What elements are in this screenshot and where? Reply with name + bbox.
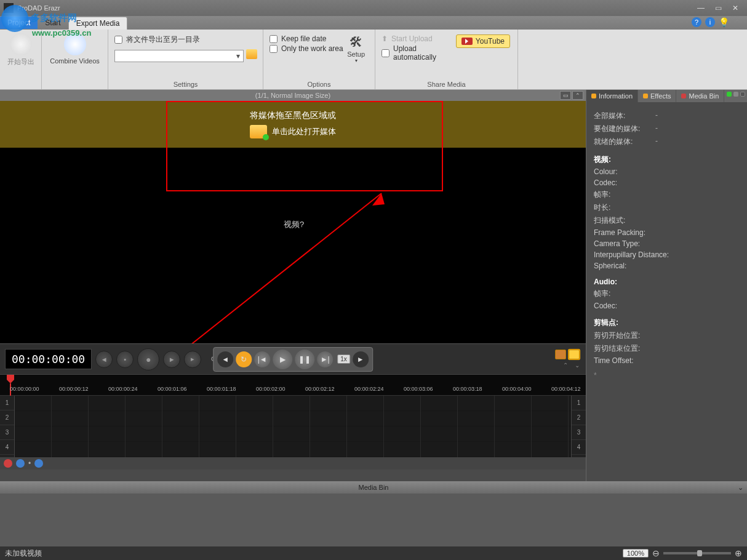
view-mode-b-button[interactable] (569, 350, 580, 359)
mediabin-dot-icon (681, 94, 686, 98)
annotation-arrow (160, 162, 406, 372)
play-button[interactable]: ▶ (273, 350, 292, 369)
record-button[interactable]: ● (137, 348, 159, 370)
menu-export-media[interactable]: Export Media (68, 17, 128, 30)
timecode-display: 00:00:00:00 (5, 349, 92, 369)
pause-button[interactable]: ❚❚ (295, 350, 314, 369)
video-placeholder-label: 视频? (284, 219, 304, 230)
maximize-button[interactable]: ▭ (710, 2, 726, 14)
timeline-ruler[interactable]: 00:00:00:00 00:00:00:12 00:00:00:24 00:0… (0, 375, 586, 396)
tab-effects[interactable]: Effects (638, 90, 676, 102)
zoom-out-icon[interactable] (34, 459, 43, 468)
status-text: 未加载视频 (5, 548, 42, 559)
setup-button[interactable]: 🛠Setup▾ (343, 33, 369, 65)
pane-collapse-button[interactable]: ⌃ (572, 91, 583, 100)
keep-file-date-checkbox[interactable]: Keep file date (270, 34, 343, 43)
svg-line-0 (172, 193, 381, 359)
youtube-button[interactable]: YouTube (456, 34, 510, 48)
start-upload-button: ⬆Start Upload (381, 34, 455, 43)
mediabin-toggle-icon[interactable]: ⌄ (738, 484, 743, 492)
track-numbers-right: 1234 (571, 396, 586, 457)
combine-videos-button[interactable]: Combine Videos (48, 33, 102, 65)
svg-marker-2 (7, 375, 14, 383)
drop-hint-1: 将媒体拖至黑色区域或 (250, 110, 336, 121)
tick-7: 00:00:02:24 (354, 386, 384, 392)
section-video: 视频: (594, 154, 740, 165)
start-export-button[interactable]: 开始导出 (6, 33, 35, 66)
mediabin-area[interactable] (0, 494, 747, 548)
snap-icon[interactable] (4, 459, 12, 468)
info-dot-icon (591, 94, 596, 98)
open-media-link[interactable]: 单击此处打开媒体 (250, 125, 336, 138)
next-frame-button[interactable]: ► (163, 351, 180, 368)
zoom-in-icon[interactable] (16, 459, 25, 468)
group-share-label: Share Media (381, 79, 511, 88)
effects-dot-icon (643, 94, 648, 98)
pane-max-icon[interactable] (740, 92, 745, 97)
collapse-ribbon-icon[interactable]: ⌃ (732, 17, 742, 27)
tab-information[interactable]: Information (586, 90, 638, 102)
group-settings-label: Settings (114, 79, 257, 88)
zoom-slider[interactable] (663, 552, 731, 554)
track-numbers-left: 1234 (0, 396, 15, 457)
only-work-area-checkbox[interactable]: Only the work area (270, 44, 343, 53)
track-area[interactable] (15, 396, 571, 457)
export-dir-dropdown[interactable]: ▾ (114, 50, 244, 62)
tick-11: 00:00:04:12 (551, 386, 581, 392)
pane-layout-button[interactable]: ▭ (560, 91, 571, 100)
playhead-marker[interactable] (7, 375, 13, 396)
zoom-sep: • (28, 459, 31, 468)
svg-marker-1 (372, 193, 385, 206)
tick-1: 00:00:00:12 (59, 386, 89, 392)
help-icon[interactable]: ? (692, 17, 701, 27)
tick-8: 00:00:03:06 (404, 386, 433, 392)
upload-auto-checkbox[interactable]: Upload automatically (381, 44, 455, 62)
note-star: * (594, 371, 740, 380)
menu-project[interactable]: Project (0, 17, 38, 29)
status-green-icon (727, 92, 732, 97)
group-options-label: Options (270, 79, 369, 88)
menu-start[interactable]: Start (38, 17, 68, 29)
zoom-value[interactable]: 100% (623, 549, 649, 558)
step-fwd-button[interactable]: ►| (317, 351, 333, 367)
collapse-icon[interactable]: ⌃ (563, 362, 568, 369)
expand-icon[interactable]: ⌄ (575, 362, 580, 369)
tick-4: 00:00:01:18 (207, 386, 236, 392)
view-mode-a-button[interactable] (555, 350, 566, 359)
marker-button[interactable]: ▸ (184, 351, 201, 368)
preview-area[interactable]: 将媒体拖至黑色区域或 单击此处打开媒体 视频? (0, 101, 586, 343)
tab-media-bin[interactable]: Media Bin (676, 90, 724, 102)
loop-button[interactable]: ↻ (236, 351, 252, 367)
youtube-icon (461, 38, 473, 45)
tick-2: 00:00:00:24 (108, 386, 138, 392)
tick-5: 00:00:02:00 (256, 386, 286, 392)
section-cut: 剪辑点: (594, 318, 740, 328)
go-end-button[interactable]: ► (353, 351, 369, 367)
tick-6: 00:00:02:12 (305, 386, 335, 392)
tick-0: 00:00:00:00 (10, 386, 39, 392)
tick-9: 00:00:03:18 (453, 386, 482, 392)
export-another-dir-checkbox[interactable]: 将文件导出至另一目录 (114, 34, 200, 45)
minimize-button[interactable]: — (693, 2, 709, 14)
mediabin-title: Media Bin (359, 484, 389, 491)
speed-indicator[interactable]: 1x (337, 354, 350, 364)
info-icon[interactable]: i (705, 17, 715, 27)
browse-folder-icon[interactable] (246, 49, 257, 59)
pane-dock-icon[interactable] (733, 92, 738, 97)
zoom-out-button[interactable]: ⊖ (652, 548, 660, 558)
preview-size-label: (1/1, Normal Image Size) (255, 92, 330, 99)
window-title: ProDAD Erazr (17, 4, 692, 12)
tick-10: 00:00:04:00 (502, 386, 532, 392)
zoom-in-button[interactable]: ⊕ (735, 548, 742, 558)
tip-icon[interactable]: 💡 (719, 17, 729, 27)
tick-3: 00:00:01:06 (158, 386, 187, 392)
section-audio: Audio: (594, 278, 740, 286)
close-button[interactable]: ✕ (727, 2, 743, 14)
stop-alt-button[interactable]: • (116, 351, 134, 368)
app-icon (4, 3, 14, 13)
prev-frame-button[interactable]: ◄ (95, 351, 113, 368)
go-start-button[interactable]: ◄ (217, 351, 233, 367)
step-back-button[interactable]: |◄ (254, 351, 270, 367)
folder-add-icon (250, 125, 267, 138)
